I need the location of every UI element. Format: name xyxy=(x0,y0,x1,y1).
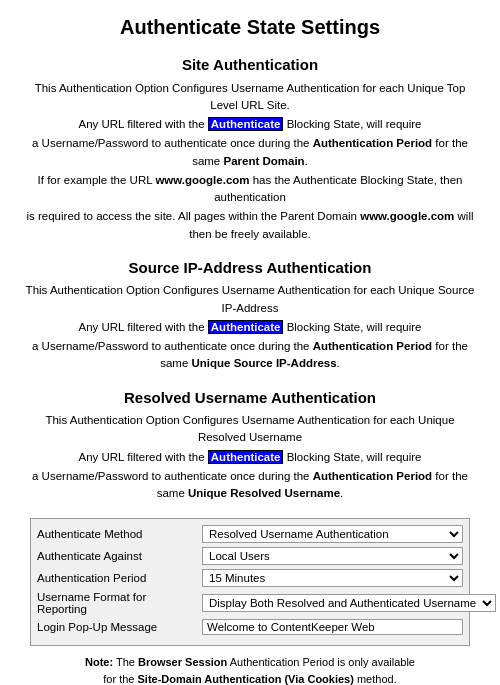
authenticate-highlight-1: Authenticate xyxy=(208,117,284,131)
site-auth-line5: is required to access the site. All page… xyxy=(20,208,480,243)
site-auth-line4: If for example the URL www.google.com ha… xyxy=(20,172,480,207)
authentication-period-row: Authentication Period Browser Session 5 … xyxy=(37,569,463,587)
source-ip-section: Source IP-Address Authentication This Au… xyxy=(0,251,500,381)
authenticate-highlight-3: Authenticate xyxy=(208,450,284,464)
login-popup-input[interactable] xyxy=(202,619,463,635)
authentication-period-label: Authentication Period xyxy=(37,572,202,584)
username-format-label: Username Format for Reporting xyxy=(37,591,202,615)
browser-session-note: Note: The Browser Session Authentication… xyxy=(30,654,470,685)
authenticate-against-row: Authenticate Against Local Users LDAP Us… xyxy=(37,547,463,565)
settings-form: Authenticate Method Site Authentication … xyxy=(30,518,470,646)
authenticate-against-label: Authenticate Against xyxy=(37,550,202,562)
site-auth-title: Site Authentication xyxy=(20,54,480,77)
authenticate-against-select[interactable]: Local Users LDAP Users xyxy=(202,547,463,565)
login-popup-row: Login Pop-Up Message xyxy=(37,619,463,635)
resolved-username-line1: This Authentication Option Configures Us… xyxy=(20,412,480,447)
page-title: Authenticate State Settings xyxy=(0,0,500,48)
source-ip-line3: a Username/Password to authenticate once… xyxy=(20,338,480,373)
resolved-username-line3: a Username/Password to authenticate once… xyxy=(20,468,480,503)
username-format-row: Username Format for Reporting Display Bo… xyxy=(37,591,463,615)
authentication-period-select[interactable]: Browser Session 5 Minutes 15 Minutes 30 … xyxy=(202,569,463,587)
source-ip-line1: This Authentication Option Configures Us… xyxy=(20,282,480,317)
resolved-username-section: Resolved Username Authentication This Au… xyxy=(0,381,500,511)
resolved-username-line2: Any URL filtered with the Authenticate B… xyxy=(20,449,480,466)
authenticate-method-label: Authenticate Method xyxy=(37,528,202,540)
site-auth-section: Site Authentication This Authentication … xyxy=(0,48,500,251)
resolved-username-title: Resolved Username Authentication xyxy=(20,387,480,410)
authenticate-method-select[interactable]: Site Authentication Source IP-Address Au… xyxy=(202,525,463,543)
username-format-select[interactable]: Display Both Resolved and Authenticated … xyxy=(202,594,496,612)
login-popup-label: Login Pop-Up Message xyxy=(37,621,202,633)
site-auth-line3: a Username/Password to authenticate once… xyxy=(20,135,480,170)
site-auth-line1: This Authentication Option Configures Us… xyxy=(20,80,480,115)
site-auth-line2: Any URL filtered with the Authenticate B… xyxy=(20,116,480,133)
authenticate-highlight-2: Authenticate xyxy=(208,320,284,334)
source-ip-title: Source IP-Address Authentication xyxy=(20,257,480,280)
source-ip-line2: Any URL filtered with the Authenticate B… xyxy=(20,319,480,336)
authenticate-method-row: Authenticate Method Site Authentication … xyxy=(37,525,463,543)
